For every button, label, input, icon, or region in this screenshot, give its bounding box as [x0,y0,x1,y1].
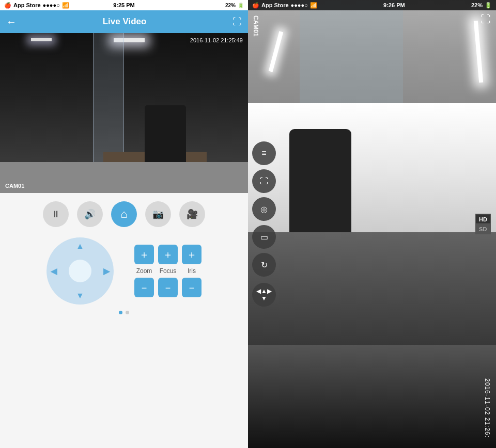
plus-icon: ＋ [163,248,173,262]
zoom-plus-button[interactable]: ＋ [134,245,154,264]
playback-row: ⏸ 🔊 ⌂ 📷 🎥 [43,201,205,227]
fisheye-floor [248,345,496,448]
focus-minus-button[interactable]: － [158,278,178,297]
ptz-center-button[interactable] [69,260,91,282]
fullscreen-button[interactable]: ⛶ [233,17,242,27]
page-dot-1[interactable] [119,311,122,314]
left-nav-bar: ← Live Video ⛶ [0,10,248,33]
left-battery: 22% 🔋 [225,3,244,8]
fisheye-chair [289,129,351,232]
refresh-icon: ↻ [261,260,268,270]
right-screen-button[interactable]: ▭ [252,225,276,249]
record-button[interactable]: 🎥 [179,201,205,227]
signal-icon: ●●●●○ [43,2,60,8]
right-refresh-button[interactable]: ↻ [252,253,276,277]
wifi-icon-right: 📶 [310,2,317,9]
signal-icon-right: ●●●●○ [291,2,308,8]
minus-icon: － [163,281,173,295]
left-panel: 🍎 App Store ●●●●○ 📶 9:25 PM 22% 🔋 ← Live… [0,0,248,448]
right-video: CAM01 2016-11-02 21:26: [248,0,496,448]
sd-button[interactable]: SD [475,224,491,234]
left-status-carrier: 🍎 App Store ●●●●○ 📶 [4,2,69,9]
ptz-down-button[interactable]: ▼ [76,291,84,300]
pause-button[interactable]: ⏸ [43,201,69,227]
page-dot-2[interactable] [126,311,129,314]
right-fullscreen-button[interactable]: ⛶ [481,13,491,25]
right-panel: 🍎 App Store ●●●●○ 📶 9:26 PM 22% 🔋 CAM01 … [248,0,496,448]
home-icon: ⌂ [120,207,127,221]
hd-sd-badge: HD SD [475,214,491,234]
ptz-outer-ring: ▲ ▼ ◀ ▶ [47,237,114,305]
right-battery: 22% 🔋 [471,2,492,9]
right-controls: ≡ ⛶ ◎ ▭ ↻ ◀▲▶▼ [252,141,276,307]
ptz-left-button[interactable]: ◀ [51,266,57,276]
zfi-controls: ＋ ＋ ＋ Zoom Focus Iris [134,245,202,297]
menu-icon: ≡ [261,149,266,158]
bottom-controls: ▲ ▼ ◀ ▶ ＋ ＋ ＋ [36,237,212,305]
iris-label: Iris [182,267,202,275]
apple-icon: 🍎 [4,2,11,9]
right-ptz-lock-button[interactable]: ⛶ [252,169,276,193]
minus-icon: － [187,281,197,295]
ceiling-light-2 [31,38,52,41]
left-time: 9:25 PM [113,2,135,8]
right-ptz-nav-button[interactable]: ◀▲▶▼ [252,283,276,307]
fisheye-wall [300,0,403,114]
plus-icon: ＋ [139,248,149,262]
iris-plus-button[interactable]: ＋ [182,245,202,264]
video-cam-label: CAM01 [5,183,24,189]
right-cam-label: CAM01 [252,15,259,37]
minus-icon: － [139,281,149,295]
snapshot-button[interactable]: 📷 [145,201,171,227]
battery-icon-right: 🔋 [485,2,492,9]
floor [0,162,248,193]
right-status-bar: 🍎 App Store ●●●●○ 📶 9:26 PM 22% 🔋 [248,0,496,10]
camera-circle-icon: ◎ [260,204,268,214]
volume-icon: 🔊 [84,209,96,220]
volume-button[interactable]: 🔊 [77,201,103,227]
right-camera-button[interactable]: ◎ [252,197,276,221]
left-video-content: 2016-11-02 21:25:49 CAM01 [0,33,248,193]
left-video-area: 2016-11-02 21:25:49 CAM01 [0,33,248,193]
ptz-right-button[interactable]: ▶ [103,266,110,276]
focus-label: Focus [158,267,178,275]
ptz-icon: ⛶ [260,177,268,186]
directional-icon: ◀▲▶▼ [256,287,272,302]
home-button[interactable]: ⌂ [111,201,137,227]
plus-icon: ＋ [187,248,197,262]
iris-minus-button[interactable]: － [182,278,202,297]
right-timestamp: 2016-11-02 21:26: [484,378,491,438]
ptz-wheel[interactable]: ▲ ▼ ◀ ▶ [47,237,114,305]
zoom-minus-button[interactable]: － [134,278,154,297]
left-status-bar: 🍎 App Store ●●●●○ 📶 9:25 PM 22% 🔋 [0,0,248,10]
wifi-icon: 📶 [62,2,69,9]
back-button[interactable]: ← [6,16,17,28]
left-controls-area: ⏸ 🔊 ⌂ 📷 🎥 ▲ ▼ ◀ ▶ [0,193,248,448]
right-menu-button[interactable]: ≡ [252,141,276,165]
battery-icon: 🔋 [238,3,244,8]
page-dots [119,311,129,314]
zoom-label: Zoom [134,267,154,275]
hd-button[interactable]: HD [475,214,491,224]
camera-icon: 📷 [152,209,164,220]
pause-icon: ⏸ [51,209,60,220]
record-icon: 🎥 [187,209,198,220]
nav-title: Live Video [103,17,147,27]
right-time: 9:26 PM [383,2,405,8]
right-carrier: 🍎 App Store ●●●●○ 📶 [252,2,317,9]
apple-icon-right: 🍎 [252,2,259,9]
fisheye-middle [248,103,496,232]
ptz-up-button[interactable]: ▲ [76,242,84,251]
focus-plus-button[interactable]: ＋ [158,245,178,264]
video-timestamp: 2016-11-02 21:25:49 [190,37,243,43]
screen-icon: ▭ [260,232,268,242]
